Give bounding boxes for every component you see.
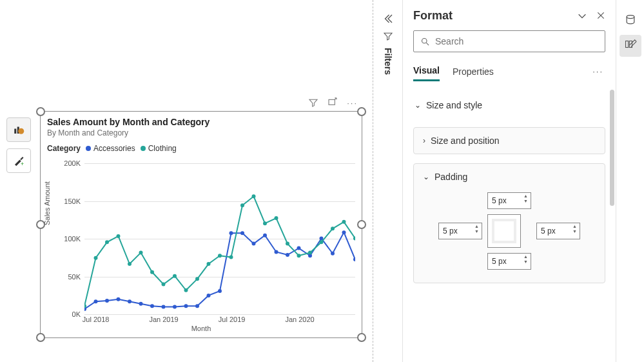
more-options-icon[interactable]: ··· [347,98,358,108]
padding-left-input[interactable]: 5 px ▲▼ [438,223,482,239]
format-pane-button[interactable] [620,35,641,57]
svg-point-28 [342,230,346,234]
svg-point-19 [240,231,244,235]
svg-point-46 [263,221,267,225]
svg-point-21 [263,234,267,237]
format-scrollbar[interactable] [610,90,614,206]
legend-label-clothing: Clothing [148,144,177,153]
legend-item-accessories[interactable]: Accessories [86,144,135,153]
svg-point-23 [286,253,289,257]
tab-properties[interactable]: Properties [453,63,494,81]
section-padding-header[interactable]: ⌄ Padding [423,172,596,182]
format-search-box[interactable] [413,30,605,52]
section-label: Size and position [431,136,500,146]
format-pane-title: Format [413,9,577,23]
svg-point-37 [162,282,166,286]
padding-bottom-input[interactable]: 5 px ▲▼ [487,253,531,270]
chart-visual-container[interactable]: ··· Sales Amount by Month and Category B… [40,111,362,338]
section-padding: ⌄ Padding 5 px ▲▼ 5 px ▲▼ 5 px ▲▼ [413,163,605,283]
focus-mode-icon[interactable] [327,97,338,108]
chart-title: Sales Amount by Month and Category [41,112,362,127]
x-axis-title: Month [191,325,211,332]
visual-header: ··· [308,97,358,108]
chart-plot-area: Sales Amount 0K50K100K150K200K Jul 2018J… [47,163,355,331]
svg-point-33 [117,234,121,238]
svg-point-7 [105,299,109,303]
svg-point-14 [184,304,188,308]
padding-right-input[interactable]: 5 px ▲▼ [536,223,580,239]
svg-point-15 [195,304,199,308]
section-label: Size and style [426,100,482,110]
tab-more-icon[interactable]: ··· [592,66,605,76]
data-pane-button[interactable] [620,9,641,31]
svg-point-45 [252,194,256,198]
line-series-svg [84,163,355,314]
pane-splitter[interactable] [373,0,373,362]
svg-point-55 [422,38,427,43]
gridline [84,314,355,315]
format-pane: Format Visual Properties ··· ⌄ Size and … [402,0,616,362]
tab-visual[interactable]: Visual [413,61,440,81]
svg-point-10 [139,302,143,306]
legend-item-clothing[interactable]: Clothing [141,144,177,153]
x-tick-label: Jan 2019 [149,316,178,323]
svg-point-29 [353,257,355,261]
build-visual-button[interactable] [6,117,31,142]
collapse-pane-icon[interactable] [577,11,587,21]
chart-legend: Category Accessories Clothing [41,137,362,153]
resize-handle-mid-left[interactable] [36,220,45,229]
svg-point-56 [627,15,634,19]
svg-point-27 [331,252,335,256]
legend-title: Category [47,144,81,153]
svg-point-34 [128,262,132,266]
svg-text:+: + [21,161,24,166]
resize-handle-top-right[interactable] [357,107,366,116]
filter-icon[interactable] [308,97,318,108]
y-tick-label: 0K [63,310,81,318]
stepper-arrows-icon[interactable]: ▲▼ [572,224,577,234]
legend-label-accessories: Accessories [93,144,135,153]
svg-point-20 [252,242,256,246]
svg-point-52 [331,226,335,230]
filters-pane-label[interactable]: Filters [383,48,393,75]
resize-handle-mid-right[interactable] [357,220,366,229]
section-size-and-position[interactable]: › Size and position [413,127,605,154]
svg-point-50 [308,251,312,255]
resize-handle-bottom-right[interactable] [357,333,366,342]
section-size-and-style[interactable]: ⌄ Size and style [413,92,605,118]
svg-point-44 [240,203,244,207]
x-tick-label: Jul 2019 [219,316,246,323]
stepper-arrows-icon[interactable]: ▲▼ [523,254,528,265]
bar-chart-icon [13,124,24,136]
svg-point-16 [207,294,211,297]
close-pane-icon[interactable] [596,11,605,20]
paintbrush-icon [624,39,637,52]
svg-point-9 [128,299,132,303]
format-search-input[interactable] [435,36,598,46]
svg-rect-4 [329,99,335,105]
format-visual-button[interactable]: + [6,148,31,173]
svg-point-18 [229,231,233,235]
padding-top-input[interactable]: 5 px ▲▼ [487,192,531,209]
svg-point-36 [150,270,154,274]
resize-handle-top-left[interactable] [36,107,45,116]
resize-handle-bottom-left[interactable] [36,333,45,342]
stepper-arrows-icon[interactable]: ▲▼ [474,224,479,234]
legend-dot-clothing [141,146,146,151]
svg-point-49 [297,254,301,257]
filter-icon[interactable] [383,31,393,41]
svg-point-38 [173,274,177,278]
stepper-arrows-icon[interactable]: ▲▼ [523,194,528,204]
padding-left-value: 5 px [443,226,458,236]
legend-dot-accessories [86,146,91,151]
svg-point-40 [195,277,199,281]
x-tick-label: Jul 2018 [83,316,110,323]
section-label: Padding [434,172,467,182]
expand-filters-icon[interactable] [382,13,394,25]
svg-point-39 [184,288,188,292]
padding-preview-box [487,214,521,248]
data-icon [624,14,637,26]
svg-point-51 [320,240,324,244]
chart-subtitle: By Month and Category [41,127,362,137]
svg-point-35 [139,251,143,255]
